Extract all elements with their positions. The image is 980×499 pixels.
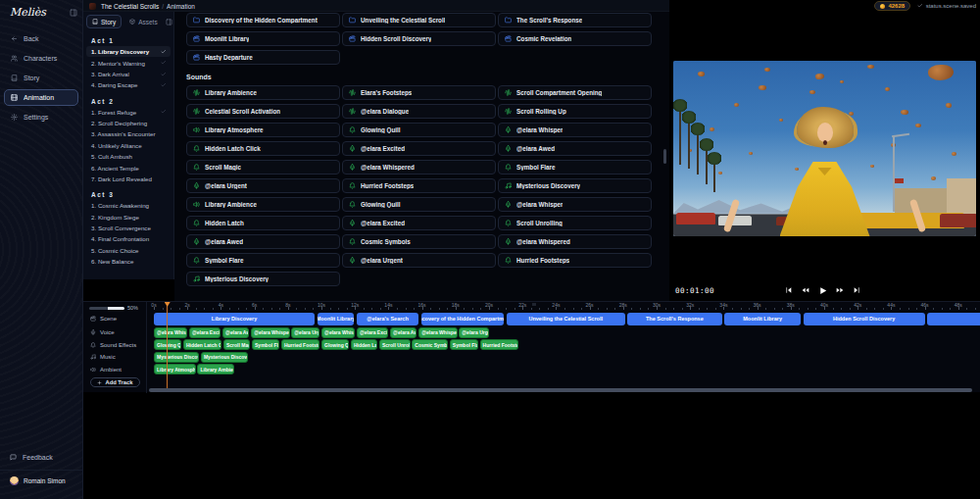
shot-card[interactable]: Hidden Scroll Discovery xyxy=(342,31,496,46)
content-scrollbar[interactable] xyxy=(663,149,666,164)
sidebar-item-story[interactable]: Story xyxy=(0,70,82,86)
sound-card[interactable]: @elara Whispered xyxy=(498,234,652,249)
sound-card[interactable]: Glowing Quill xyxy=(342,123,496,137)
shot-card[interactable]: The Scroll's Response xyxy=(498,13,652,27)
sound-card[interactable]: Hidden Latch xyxy=(186,216,340,230)
sidebar-collapse-button[interactable] xyxy=(70,9,77,17)
sound-card[interactable]: Hidden Latch Click xyxy=(186,141,340,156)
sound-card[interactable]: @elara Excited xyxy=(342,141,496,156)
sound-card[interactable]: Symbol Flare xyxy=(186,253,340,268)
timeline-clip[interactable]: Hidden Latch xyxy=(351,339,377,350)
tab-assets[interactable]: Assets xyxy=(123,15,164,28)
sound-card[interactable]: @elara Urgent xyxy=(342,253,496,268)
skip-end-button[interactable] xyxy=(853,286,860,294)
timeline-clip[interactable]: @elara Whispered xyxy=(418,327,457,338)
sound-card[interactable]: Scroll Compartment Opening xyxy=(498,85,652,100)
sound-card[interactable]: @elara Awed xyxy=(498,141,652,156)
sound-card[interactable]: Symbol Flare xyxy=(498,160,652,175)
skip-start-button[interactable] xyxy=(785,286,793,294)
scene-segment[interactable]: Moonlit Library xyxy=(318,313,355,325)
timeline-clip[interactable]: @elara Urgent xyxy=(291,327,319,338)
scene-list-item[interactable]: 4. Daring Escape xyxy=(83,79,173,90)
scene-segment[interactable]: @elara's Search xyxy=(357,313,418,325)
timeline-clip[interactable]: @elara Whisper xyxy=(154,327,187,338)
sound-card[interactable]: @elara Urgent xyxy=(186,178,340,193)
timeline-clip[interactable]: Hurried Footsteps xyxy=(480,339,518,350)
sound-card[interactable]: Mysterious Discovery xyxy=(186,272,340,286)
timeline-zoom-slider[interactable] xyxy=(89,307,124,310)
sound-card[interactable]: Library Ambience xyxy=(186,85,340,100)
scene-segment[interactable]: Hidden Scroll Discovery xyxy=(804,313,925,325)
timeline-clip[interactable]: Mysterious Discovery xyxy=(154,352,199,363)
sound-card[interactable]: @elara Whisper xyxy=(498,123,652,137)
timeline-clip[interactable]: Glowing Quill xyxy=(321,339,349,350)
scene-list-item[interactable]: 6. Ancient Temple xyxy=(83,162,173,173)
sidebar-item-animation[interactable]: Animation xyxy=(4,89,78,106)
scene-list-item[interactable]: 4. Unlikely Alliance xyxy=(83,140,173,151)
scene-list-item[interactable]: 4. Final Confrontation xyxy=(83,233,173,244)
panel-toggle-button[interactable] xyxy=(166,19,172,25)
shot-card[interactable]: Hasty Departure xyxy=(186,50,340,65)
scene-list-item[interactable]: 3. Assassin's Encounter xyxy=(83,128,173,139)
timeline-clip[interactable]: @elara Awed xyxy=(222,327,249,338)
timeline-ruler[interactable]: 0s2s4s6s8s10s12s14s16s18s20s22s24s26s28s… xyxy=(147,302,980,311)
play-button[interactable] xyxy=(818,286,827,295)
timeline-clip[interactable]: @elara Excited xyxy=(189,327,220,338)
shot-card[interactable]: Discovery of the Hidden Compartment xyxy=(186,13,340,27)
timeline-clip[interactable]: Symbol Flare xyxy=(450,339,478,350)
sound-card[interactable]: Library Ambience xyxy=(186,197,340,212)
sidebar-item-settings[interactable]: Settings xyxy=(0,109,82,125)
scene-list-item[interactable]: 3. Dark Arrival xyxy=(83,69,173,79)
sidebar-item-back[interactable]: Back xyxy=(0,30,82,47)
timeline-clip[interactable]: Mysterious Discovery xyxy=(201,352,248,363)
fast-forward-button[interactable] xyxy=(836,286,844,294)
scene-list-item[interactable]: 1. Library Discovery xyxy=(86,46,171,57)
sound-card[interactable]: Scroll Magic xyxy=(186,160,340,175)
credits-badge[interactable]: 42628 xyxy=(874,1,910,11)
sound-card[interactable]: Scroll Unrolling xyxy=(498,216,652,230)
timeline-clip[interactable]: Scroll Unrolling xyxy=(379,339,411,350)
sound-card[interactable]: Library Atmosphere xyxy=(186,123,340,137)
sound-card[interactable]: Hurried Footsteps xyxy=(342,178,496,193)
timeline-clip[interactable]: Symbol Flare xyxy=(252,339,279,350)
sound-card[interactable]: Cosmic Symbols xyxy=(342,234,496,249)
scene-segment[interactable]: Moonlit Library xyxy=(724,313,801,325)
sound-card[interactable]: Elara's Footsteps xyxy=(342,85,496,100)
sound-card[interactable]: Mysterious Discovery xyxy=(498,178,652,193)
sound-card[interactable]: @elara Whispered xyxy=(342,160,496,175)
sound-card[interactable]: Hurried Footsteps xyxy=(498,253,652,268)
add-track-button[interactable]: Add Track xyxy=(90,377,140,387)
timeline-clip[interactable]: Cosmic Symbols xyxy=(412,339,448,350)
timeline-clip[interactable]: @elara Excited xyxy=(357,327,388,338)
scene-segment[interactable]: The Scroll's Response xyxy=(627,313,722,325)
scene-segment[interactable]: Library Discovery xyxy=(154,313,315,325)
scene-list-item[interactable]: 1. Cosmic Awakening xyxy=(83,200,173,211)
scene-list-item[interactable]: 2. Scroll Deciphering xyxy=(83,118,173,128)
scene-segment[interactable] xyxy=(927,313,980,325)
scene-list-item[interactable]: 5. Cult Ambush xyxy=(83,151,173,162)
scene-list-item[interactable]: 1. Forest Refuge xyxy=(83,107,173,118)
sound-card[interactable]: @elara Excited xyxy=(342,216,496,230)
scene-segment[interactable]: Unveiling the Celestial Scroll xyxy=(507,313,625,325)
timeline-horizontal-scrollbar[interactable] xyxy=(149,388,972,392)
timeline-clip[interactable]: Scroll Magic xyxy=(223,339,250,350)
feedback-button[interactable]: Feedback xyxy=(0,449,82,466)
scene-segment[interactable]: Discovery of the Hidden Compartment xyxy=(421,313,505,325)
scene-list-item[interactable]: 6. New Balance xyxy=(83,256,173,267)
playhead[interactable] xyxy=(167,302,169,388)
sound-card[interactable]: @elara Whisper xyxy=(498,197,652,212)
sound-card[interactable]: @elara Awed xyxy=(186,234,340,249)
scene-list-item[interactable]: 2. Mentor's Warning xyxy=(83,57,173,68)
timeline-clip[interactable]: Library Atmosphere xyxy=(154,364,196,374)
shot-card[interactable]: Unveiling the Celestial Scroll xyxy=(342,13,496,27)
sound-card[interactable]: @elara Dialogue xyxy=(342,104,496,119)
sound-card[interactable]: Glowing Quill xyxy=(342,197,496,212)
timeline-clip[interactable]: Hurried Footsteps xyxy=(281,339,319,350)
shot-card[interactable]: Cosmic Revelation xyxy=(498,31,652,46)
tab-story[interactable]: Story xyxy=(86,15,122,28)
scene-list-item[interactable]: 7. Dark Lord Revealed xyxy=(83,174,173,184)
rewind-button[interactable] xyxy=(802,286,809,294)
sound-card[interactable]: Celestial Scroll Activation xyxy=(186,104,340,119)
sidebar-item-characters[interactable]: Characters xyxy=(0,50,82,67)
timeline-clip[interactable]: Hidden Latch Click xyxy=(183,339,221,350)
